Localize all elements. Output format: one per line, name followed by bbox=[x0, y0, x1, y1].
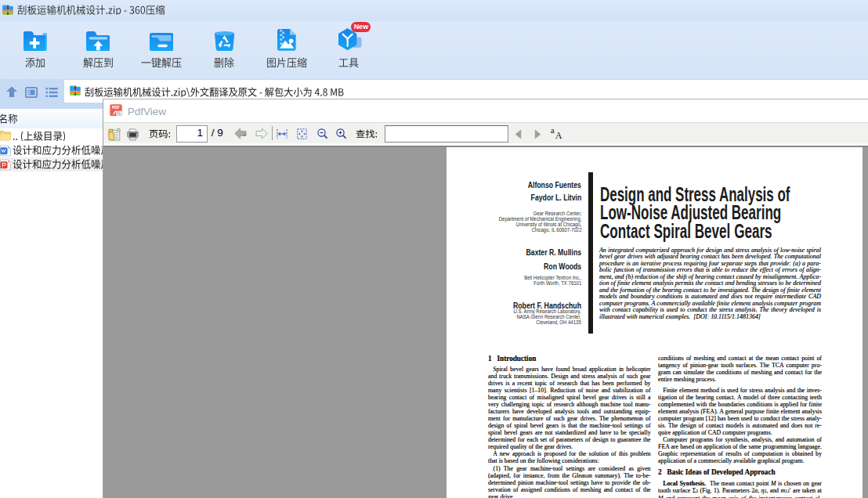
svg-text:PDF: PDF bbox=[112, 104, 120, 109]
